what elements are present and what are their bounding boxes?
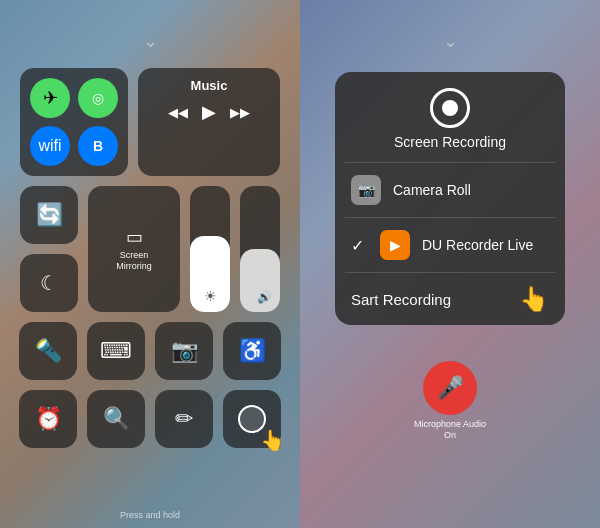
wifi-button[interactable]: wifi xyxy=(30,126,70,166)
record-inner xyxy=(442,100,458,116)
icon-row-4: ⏰ 🔍 ✏ 👆 xyxy=(20,390,280,448)
right-panel: ⌄ Screen Recording 📷 Camera Roll ✓ ▶ DU … xyxy=(300,0,600,528)
du-recorder-icon: ▶ xyxy=(380,230,410,260)
airplane-button[interactable]: ✈ xyxy=(30,78,70,118)
volume-slider[interactable]: 🔊 xyxy=(240,186,280,312)
left-panel: ⌄ ✈ ◎ wifi B Music ◀◀ xyxy=(0,0,300,528)
camera-button[interactable]: 📷 xyxy=(155,322,213,380)
screen-mirror-icon: ▭ xyxy=(126,226,143,248)
screen-recording-title: Screen Recording xyxy=(394,134,506,150)
camera-roll-icon: 📷 xyxy=(351,175,381,205)
next-button[interactable]: ▶▶ xyxy=(230,105,250,120)
start-recording-row: Sart Recording 👆 xyxy=(335,273,565,325)
start-recording-label: Sart Recording xyxy=(351,291,451,308)
rotation-lock-button[interactable]: 🔄 xyxy=(20,186,78,244)
signal-button[interactable]: ◎ xyxy=(78,78,118,118)
clock-icon: ⏰ xyxy=(35,406,62,432)
rotation-lock-icon: 🔄 xyxy=(36,202,63,228)
camera-roll-label: Camera Roll xyxy=(393,182,549,198)
airplane-icon: ✈ xyxy=(43,87,58,109)
accessibility-button[interactable]: ♿ xyxy=(223,322,281,380)
checkmark-icon: ✓ xyxy=(351,236,364,255)
screen-record-button[interactable]: 👆 xyxy=(223,390,281,448)
calculator-button[interactable]: ⌨ xyxy=(87,322,145,380)
volume-icon: 🔊 xyxy=(257,290,272,304)
calculator-icon: ⌨ xyxy=(100,338,132,364)
notes-icon: ✏ xyxy=(175,406,193,432)
music-tile[interactable]: Music ◀◀ ▶ ▶▶ xyxy=(138,68,280,176)
connectivity-tile[interactable]: ✈ ◎ wifi B xyxy=(20,68,128,176)
control-grid: ✈ ◎ wifi B Music ◀◀ ▶ ▶▶ xyxy=(20,68,280,448)
top-row: ✈ ◎ wifi B Music ◀◀ ▶ ▶▶ xyxy=(20,68,280,176)
prev-button[interactable]: ◀◀ xyxy=(168,105,188,120)
press-hold-label: Press and hold xyxy=(120,510,180,520)
record-circle-icon xyxy=(430,88,470,128)
du-recorder-item[interactable]: ✓ ▶ DU Recorder Live xyxy=(335,218,565,272)
middle-row: 🔄 ☾ ▭ Screen Mirroring ☀ 🔊 xyxy=(20,186,280,312)
magnifier-icon: 🔍 xyxy=(103,406,130,432)
microphone-icon: 🎤 xyxy=(437,375,464,401)
brightness-slider[interactable]: ☀ xyxy=(190,186,230,312)
camera-roll-item[interactable]: 📷 Camera Roll xyxy=(335,163,565,217)
brightness-icon: ☀ xyxy=(204,288,217,304)
chevron-down-right: ⌄ xyxy=(443,30,458,52)
bluetooth-button[interactable]: B xyxy=(78,126,118,166)
bluetooth-icon: B xyxy=(93,138,103,154)
icon-row-3: 🔦 ⌨ 📷 ♿ xyxy=(20,322,280,380)
camera-icon: 📷 xyxy=(171,338,198,364)
wifi-icon: wifi xyxy=(38,137,61,155)
chevron-down-left: ⌄ xyxy=(143,30,158,52)
recording-menu: Screen Recording 📷 Camera Roll ✓ ▶ DU Re… xyxy=(335,72,565,325)
notes-button[interactable]: ✏ xyxy=(155,390,213,448)
hand-tap-icon: 👆 xyxy=(260,428,285,452)
clock-button[interactable]: ⏰ xyxy=(19,390,77,448)
du-recorder-symbol: ▶ xyxy=(390,237,401,253)
music-controls: ◀◀ ▶ ▶▶ xyxy=(152,101,266,123)
signal-icon: ◎ xyxy=(92,90,104,106)
moon-icon: ☾ xyxy=(40,271,58,295)
camera-roll-symbol: 📷 xyxy=(358,182,375,198)
accessibility-icon: ♿ xyxy=(239,338,266,364)
microphone-button[interactable]: 🎤 xyxy=(423,361,477,415)
du-recorder-label: DU Recorder Live xyxy=(422,237,549,253)
do-not-disturb-button[interactable]: ☾ xyxy=(20,254,78,312)
screen-mirror-label: Screen Mirroring xyxy=(116,250,152,272)
hand-cursor-icon: 👆 xyxy=(519,285,549,313)
screen-mirror-button[interactable]: ▭ Screen Mirroring xyxy=(88,186,180,312)
recording-header: Screen Recording xyxy=(335,72,565,162)
flashlight-button[interactable]: 🔦 xyxy=(19,322,77,380)
play-button[interactable]: ▶ xyxy=(202,101,216,123)
flashlight-icon: 🔦 xyxy=(35,338,62,364)
magnifier-button[interactable]: 🔍 xyxy=(87,390,145,448)
music-title: Music xyxy=(152,78,266,93)
microphone-label: Microphone Audio On xyxy=(414,419,486,441)
